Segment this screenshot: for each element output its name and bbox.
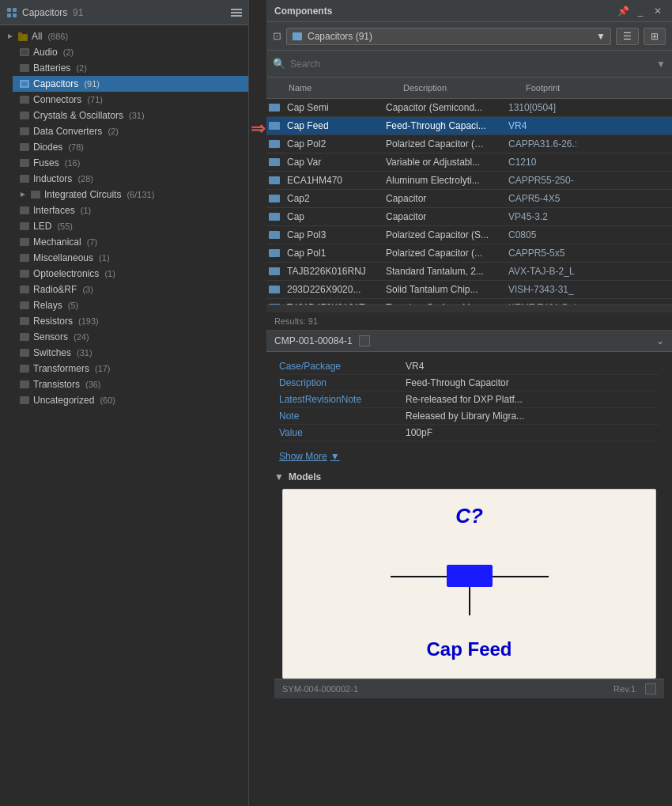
td-fp: CAPR5-4X5 [504, 190, 606, 207]
tree-item-crystals[interactable]: Crystals & Oscillators (31) [13, 108, 248, 123]
tree-item-uncategorized[interactable]: Uncategorized (60) [13, 392, 248, 408]
tree-count-uncategorized: (60) [97, 395, 115, 405]
row-icon [266, 155, 282, 169]
wire-left [391, 576, 447, 577]
left-header-title: Capacitors 91 [22, 7, 83, 18]
tree-item-switches[interactable]: Switches (31) [13, 345, 248, 361]
show-more-button[interactable]: Show More ▼ [266, 448, 353, 465]
td-fp: CAPPR55-250- [504, 172, 606, 189]
component-icon-transformers [19, 363, 30, 374]
svg-rect-32 [20, 396, 29, 404]
tree-count-fuses: (16) [62, 158, 81, 168]
sym-checkbox[interactable] [645, 683, 656, 694]
tree-count-transistors: (36) [83, 380, 101, 389]
details-header: CMP-001-00084-1 ⌄ [266, 331, 672, 352]
tree-item-connectors[interactable]: Connectors (71) [13, 92, 248, 108]
filter-dropdown[interactable]: Capacitors (91) ▼ [286, 28, 611, 45]
svg-rect-1 [13, 8, 17, 12]
table-row[interactable]: Cap Pol1 Polarized Capacitor (... CAPPR5… [266, 244, 672, 263]
minimize-button[interactable]: _ [634, 6, 647, 17]
svg-rect-27 [20, 317, 29, 325]
component-icon-sensors [19, 331, 30, 342]
table-row[interactable]: T491D476K016AT Tantalum Surface Mo... KE… [266, 299, 672, 305]
svg-marker-4 [8, 34, 13, 39]
table-row[interactable]: TAJB226K016RNJ Standard Tantalum, 2... A… [266, 263, 672, 281]
list-view-button[interactable]: ☰ [616, 28, 639, 45]
prop-row-desc: Description Feed-Through Capacitor [279, 375, 659, 392]
components-table: Name Description Footprint Cap Semi Capa… [266, 78, 672, 312]
component-icon-inductors [19, 173, 30, 184]
tree-count-opto: (1) [102, 269, 115, 278]
tree-item-dataconv[interactable]: Data Converters (2) [13, 123, 248, 139]
horizontal-scrollbar[interactable] [266, 305, 672, 312]
tree-count-all: (886) [45, 32, 68, 41]
table-row[interactable]: Cap Pol3 Polarized Capacitor (S... C0805 [266, 226, 672, 244]
tree-item-ic[interactable]: Integrated Circuits (6/131) [13, 187, 248, 202]
td-desc: Standard Tantalum, 2... [381, 263, 504, 280]
tree-item-transformers[interactable]: Transformers (17) [13, 361, 248, 377]
table-row[interactable]: 293D226X9020... Solid Tantalum Chip... V… [266, 281, 672, 299]
symbol-drawing [391, 552, 549, 615]
tree-item-relays[interactable]: Relays (5) [13, 297, 248, 313]
pin-button[interactable]: 📌 [617, 6, 629, 17]
component-library-icon [6, 7, 17, 18]
tree-label-led: LED [33, 221, 51, 232]
tree-item-all[interactable]: All (886) [0, 28, 248, 44]
prop-key-desc: Description [279, 377, 406, 388]
svg-rect-23 [20, 254, 29, 262]
tree-item-inductors[interactable]: Inductors (28) [13, 171, 248, 187]
table-row[interactable]: Cap Var Variable or Adjustabl... C1210 [266, 153, 672, 172]
grid-view-button[interactable]: ⊞ [644, 28, 666, 45]
tree-item-radio[interactable]: Radio&RF (3) [13, 282, 248, 297]
tree-item-sensors[interactable]: Sensors (24) [13, 329, 248, 345]
details-collapse-button[interactable]: ⌄ [656, 335, 664, 346]
tree-count-diodes: (78) [66, 142, 84, 152]
tree-item-capacitors[interactable]: Capacitors (91) [13, 76, 248, 92]
td-desc: Polarized Capacitor (S... [381, 226, 504, 244]
svg-rect-17 [20, 175, 29, 183]
search-dropdown-arrow[interactable]: ▼ [656, 59, 666, 70]
expand-arrow-ic-icon [19, 191, 27, 199]
prop-row-value: Value 100pF [279, 425, 659, 441]
tree-item-interfaces[interactable]: Interfaces (1) [13, 202, 248, 218]
symbol-reference-label: C? [455, 504, 483, 528]
tree-item-transistors[interactable]: Transistors (36) [13, 377, 248, 392]
tree-item-misc[interactable]: Miscellaneous (1) [13, 250, 248, 266]
tree-item-opto[interactable]: Optoelectronics (1) [13, 266, 248, 282]
table-row[interactable]: Cap Capacitor VP45-3.2 [266, 208, 672, 226]
tree-item-fuses[interactable]: Fuses (16) [13, 155, 248, 171]
category-tree: All (886) Audio (2) Batteries (2) [0, 25, 248, 806]
td-name: Cap Semi [282, 99, 381, 116]
td-name: Cap [282, 208, 381, 225]
tree-item-audio[interactable]: Audio (2) [13, 44, 248, 60]
component-icon-audio [19, 47, 30, 58]
tree-count-mechanical: (7) [85, 237, 98, 247]
tree-label-capacitors: Capacitors [33, 78, 78, 89]
prop-row-revision: LatestRevisionNote Re-released for DXP P… [279, 392, 659, 408]
tree-item-led[interactable]: LED (55) [13, 218, 248, 234]
tree-item-resistors[interactable]: Resistors (193) [13, 313, 248, 329]
tree-label-mechanical: Mechanical [33, 237, 81, 248]
table-row[interactable]: Cap Semi Capacitor (Semicond... 1310[050… [266, 99, 672, 117]
table-row[interactable]: Cap Feed Feed-Through Capaci... VR4 [266, 117, 672, 135]
tree-label-misc: Miscellaneous [33, 252, 93, 263]
table-row[interactable]: Cap2 Capacitor CAPR5-4X5 [266, 190, 672, 208]
table-row[interactable]: ECA1HM470 Aluminum Electrolyti... CAPPR5… [266, 172, 672, 190]
svg-rect-21 [20, 222, 29, 230]
tree-label-interfaces: Interfaces [33, 205, 75, 216]
search-input[interactable] [290, 59, 651, 70]
tree-item-diodes[interactable]: Diodes (78) [13, 139, 248, 155]
svg-rect-20 [20, 206, 29, 214]
results-bar: Results: 91 [266, 312, 672, 331]
hamburger-menu-button[interactable] [231, 9, 242, 17]
details-checkbox[interactable] [359, 335, 370, 346]
tree-item-batteries[interactable]: Batteries (2) [13, 60, 248, 76]
close-button[interactable]: ✕ [651, 6, 664, 17]
svg-rect-13 [20, 112, 29, 119]
td-desc: Capacitor (Semicond... [381, 99, 504, 116]
table-row[interactable]: Cap Pol2 Polarized Capacitor (… CAPPA31.… [266, 135, 672, 153]
tree-item-mechanical[interactable]: Mechanical (7) [13, 234, 248, 250]
prop-key-revision: LatestRevisionNote [279, 394, 406, 405]
svg-rect-31 [20, 380, 29, 388]
tree-label-uncategorized: Uncategorized [33, 395, 94, 406]
